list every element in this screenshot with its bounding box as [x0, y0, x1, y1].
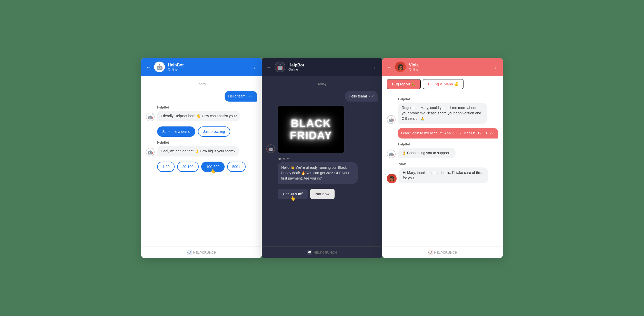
schedule-demo-button[interactable]: Schedule a demo: [157, 126, 195, 137]
menu-button-1[interactable]: ⋮: [251, 64, 257, 70]
btn-1-20-wrapper: 1-20: [157, 162, 175, 172]
chat-body-2: Today Hello team! ✓✓ 🤖 BLACK FRIDAY: [262, 76, 382, 246]
bot-icon-5: 🤖: [387, 150, 396, 158]
user-bubble-2: Hello team! ✓✓: [345, 91, 378, 102]
bot-message-content-4: HelpBot Roger that. Mary, could you tell…: [398, 97, 487, 124]
offer-buttons: Get 30% off 👆 Not now: [278, 189, 378, 199]
bot-message-row-4: 🤖 HelpBot Roger that. Mary, could you te…: [387, 97, 498, 124]
back-button-3[interactable]: ←: [387, 64, 392, 70]
user-message-row-3: I can't login to my account. App v3.8.2,…: [387, 128, 498, 139]
cursor-icon-2: 👆: [290, 195, 296, 201]
bot-icon-1: 🤖: [146, 113, 155, 121]
chat-header-2: ← 🤖 HelpBot Online ⋮: [262, 58, 382, 76]
chat-header-3: ← 👩🏾 Viola Online ⋮: [382, 58, 503, 76]
bot-message-content-5: HelpBot 👌 Connecting you to support...: [398, 143, 456, 158]
chat-header-1: ← 🤖 HelpBot Online ⋮: [141, 58, 262, 76]
action-buttons-1: Schedule a demo Just browsing: [157, 126, 257, 137]
bot-message-row-3: HelpBot Hello 👋 We're already running ou…: [278, 157, 378, 184]
bot-sender-name-1: HelpBot: [157, 106, 240, 109]
header-status-1: Online: [168, 67, 248, 71]
date-label-1: Today: [146, 82, 257, 86]
bot-bubble-2: Cool, we can do that 👌 How big is your t…: [157, 146, 239, 156]
not-now-button[interactable]: Not now: [310, 189, 335, 199]
checkmarks-3: ✓✓: [489, 132, 495, 135]
bot-bubble-1: Friendly HelpBot here 👋 How can I assist…: [157, 111, 240, 121]
chat-tabs: Bug report 🐛 Billing & plans 💰: [382, 76, 503, 92]
bot-icon-2: 🤖: [146, 148, 155, 156]
bot-bubble-3: Hello 👋 We're already running our Black …: [278, 162, 358, 184]
bot-message-row-2: 🤖 HelpBot Cool, we can do that 👌 How big…: [146, 141, 257, 156]
helpcrunch-logo-2: 💬 HELPCRUNCH: [307, 250, 337, 255]
chat-window-2: ← 🤖 HelpBot Online ⋮ Today Hello team! ✓…: [262, 58, 382, 258]
user-message-row-1: Hello team! ✓✓: [146, 91, 257, 102]
chat-body-1: Today Hello team! ✓✓ 🤖 HelpBot Friendly …: [141, 76, 262, 246]
viola-message-content: Viola Hi Mary, thanks for the details. I…: [399, 162, 488, 183]
team-btn-20-100[interactable]: 20-100: [177, 162, 199, 172]
header-info-3: Viola Online: [409, 63, 489, 71]
bot-message-content-2: HelpBot Cool, we can do that 👌 How big i…: [157, 141, 239, 156]
user-message-row-2: Hello team! ✓✓: [266, 91, 378, 102]
viola-bubble: Hi Mary, thanks for the details. I'll ta…: [399, 167, 488, 183]
chat-window-3: ← 👩🏾 Viola Online ⋮ Bug report 🐛 Billing…: [382, 58, 503, 258]
btn-100-500-wrapper: 100-500 👆: [201, 162, 225, 172]
team-size-buttons: 1-20 20-100 100-500 👆 500+: [157, 162, 257, 172]
brand-text-3: HELPCRUNCH: [434, 251, 457, 254]
helpcrunch-icon-3: 💬: [428, 250, 433, 255]
bot-message-row-5: 🤖 HelpBot 👌 Connecting you to support...: [387, 143, 498, 158]
helpcrunch-logo-1: 💬 HELPCRUNCH: [187, 250, 216, 255]
bf-image-row: 🤖 BLACK FRIDAY: [266, 106, 378, 153]
chat-footer-2: 💬 HELPCRUNCH: [262, 246, 382, 258]
header-status-3: Online: [409, 67, 489, 71]
checkmarks-1: ✓✓: [248, 95, 254, 98]
menu-button-3[interactable]: ⋮: [492, 64, 498, 70]
back-button-2[interactable]: ←: [266, 64, 271, 70]
bot-avatar-2: 🤖: [275, 62, 285, 72]
bot-sender-name-5: HelpBot: [398, 143, 456, 146]
bot-icon-4: 🤖: [387, 115, 396, 124]
bot-bubble-4: Roger that. Mary, could you tell me more…: [398, 103, 487, 124]
team-btn-1-20[interactable]: 1-20: [157, 162, 175, 172]
black-friday-image: BLACK FRIDAY: [278, 106, 344, 153]
header-name-2: HelpBot: [288, 63, 369, 67]
bot-sender-name-3: HelpBot: [278, 157, 358, 161]
helpcrunch-logo-3: 💬 HELPCRUNCH: [428, 250, 457, 255]
helpcrunch-icon-1: 💬: [187, 250, 192, 255]
header-name-3: Viola: [409, 63, 489, 67]
bot-message-row-1: 🤖 HelpBot Friendly HelpBot here 👋 How ca…: [146, 106, 257, 121]
brand-text-1: HELPCRUNCH: [193, 251, 216, 254]
user-bubble-1: Hello team! ✓✓: [225, 91, 257, 102]
bot-message-content-1: HelpBot Friendly HelpBot here 👋 How can …: [157, 106, 240, 121]
menu-button-2[interactable]: ⋮: [372, 64, 378, 70]
viola-avatar-small: 👩🏾: [387, 174, 397, 183]
viola-sender-name: Viola: [399, 162, 488, 166]
bot-avatar-1: 🤖: [154, 62, 165, 72]
header-info-2: HelpBot Online: [288, 63, 369, 71]
get-30-off-wrapper: Get 30% off 👆: [278, 189, 308, 199]
user-bubble-3: I can't login to my account. App v3.8.2,…: [398, 128, 498, 139]
date-label-2: Today: [266, 82, 378, 86]
team-btn-500plus[interactable]: 500+: [227, 162, 246, 172]
header-info-1: HelpBot Online: [168, 63, 248, 71]
chat-body-3: 🤖 HelpBot Roger that. Mary, could you te…: [382, 92, 503, 246]
checkmarks-2: ✓✓: [369, 95, 374, 98]
billing-plans-tab[interactable]: Billing & plans 💰: [423, 79, 463, 89]
screens-container: ← 🤖 HelpBot Online ⋮ Today Hello team! ✓…: [141, 58, 503, 258]
back-button-1[interactable]: ←: [146, 64, 151, 70]
cursor-icon-1: 👆: [210, 168, 216, 174]
header-status-2: Online: [288, 67, 369, 71]
helpcrunch-icon-2: 💬: [307, 250, 312, 255]
bf-text: BLACK FRIDAY: [290, 117, 332, 141]
viola-avatar: 👩🏾: [395, 62, 406, 72]
brand-text-2: HELPCRUNCH: [314, 251, 337, 254]
header-name-1: HelpBot: [168, 63, 248, 67]
bot-message-content-3: HelpBot Hello 👋 We're already running ou…: [278, 157, 358, 184]
viola-message-row: 👩🏾 Viola Hi Mary, thanks for the details…: [387, 162, 498, 183]
just-browsing-button[interactable]: Just browsing: [198, 126, 230, 137]
chat-window-1: ← 🤖 HelpBot Online ⋮ Today Hello team! ✓…: [141, 58, 262, 258]
chat-footer-1: 💬 HELPCRUNCH: [141, 246, 262, 258]
bot-sender-name-2: HelpBot: [157, 141, 239, 144]
bot-sender-name-4: HelpBot: [398, 97, 487, 101]
bug-report-tab[interactable]: Bug report 🐛: [387, 79, 421, 89]
chat-footer-3: 💬 HELPCRUNCH: [382, 246, 503, 258]
bot-icon-3: 🤖: [266, 144, 275, 153]
